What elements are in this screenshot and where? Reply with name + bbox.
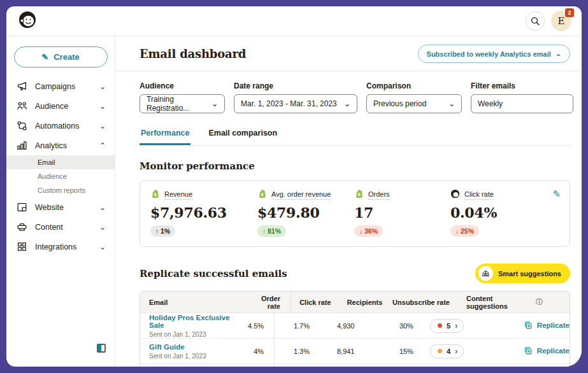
- metric-change-value: 1%: [161, 227, 170, 235]
- table-row: Giving Tuesday Sent on Jan 1, 2023 2% 0.…: [140, 363, 570, 367]
- email-sent-date: Sent on Jan 1, 2023: [149, 353, 242, 360]
- suggestion-dot-icon: [438, 323, 442, 328]
- audience-select-value: Training Registratio...: [147, 95, 205, 113]
- content-icon: [17, 222, 27, 232]
- shopify-bag-icon: S: [150, 189, 160, 201]
- metric-change-value: 25%: [461, 227, 474, 235]
- main-area: Email dashboard Subscribed to weekly Ana…: [115, 36, 582, 367]
- megaphone-icon: [17, 81, 27, 92]
- mailchimp-logo-icon[interactable]: [18, 10, 37, 32]
- chevron-down-icon: ⌄: [448, 102, 455, 106]
- chevron-down-icon: ⌄: [212, 102, 218, 106]
- column-header-unsubscribe-rate: Unsubscribe rate: [382, 299, 450, 306]
- audience-select[interactable]: Training Registratio... ⌄: [140, 94, 225, 113]
- replicate-button-label: Replicate: [537, 347, 570, 355]
- replicate-button[interactable]: Replicate: [524, 321, 570, 330]
- metric-label[interactable]: Click rate: [464, 190, 494, 200]
- subscription-dropdown[interactable]: Subscribed to weekly Analytics email ⌄: [418, 45, 570, 63]
- metric-label[interactable]: Orders: [368, 190, 390, 200]
- sidebar-item-label: Content: [35, 223, 92, 232]
- pencil-icon: ✎: [41, 52, 48, 62]
- filter-bar: Audience Training Registratio... ⌄ Date …: [140, 81, 570, 113]
- metric-label[interactable]: Revenue: [164, 190, 192, 200]
- info-icon[interactable]: ⓘ: [536, 297, 543, 307]
- create-button-label: Create: [54, 52, 79, 62]
- sidebar-item-label: Automations: [35, 122, 92, 130]
- sidebar-item-audience[interactable]: Audience ⌄: [6, 96, 115, 116]
- metric-label[interactable]: Avg. order revenue: [271, 190, 331, 200]
- mailchimp-icon: [450, 189, 460, 201]
- sidebar-subitem-custom-reports[interactable]: Custom reports: [6, 183, 115, 197]
- content-suggestions-pill[interactable]: 5 ›: [430, 319, 464, 333]
- replicate-button-label: Replicate: [537, 321, 570, 329]
- date-range-select-value: Mar. 1, 2023 - Mar. 31, 2023: [241, 99, 337, 108]
- replicate-section-title: Replicate successful emails: [140, 268, 287, 279]
- metric-change-badge: ↑ 1%: [150, 225, 175, 237]
- account-menu[interactable]: E 2: [551, 11, 571, 31]
- tab-performance[interactable]: Performance: [140, 125, 190, 145]
- sidebar-item-label: Integrations: [35, 243, 92, 251]
- metric-revenue: S Revenue $7,976.63 ↑ 1%: [150, 189, 257, 237]
- chevron-down-icon: ⌄: [344, 102, 350, 106]
- filter-emails-label: Filter emails: [471, 81, 573, 90]
- arrow-up-icon: ↑: [262, 228, 266, 235]
- page-title: Email dashboard: [140, 47, 246, 60]
- create-button[interactable]: ✎ Create: [14, 46, 108, 67]
- sidebar-item-label: Audience: [35, 102, 92, 111]
- recipients-cell: 8,941: [310, 348, 355, 355]
- recipients-cell: 4,930: [310, 322, 355, 330]
- column-header-order-rate: Order rate: [255, 292, 291, 313]
- svg-text:S: S: [154, 192, 157, 197]
- chevron-down-icon: ⌄: [99, 205, 106, 210]
- chevron-down-icon: ⌄: [556, 50, 561, 58]
- content-suggestions-pill[interactable]: 4 ›: [430, 344, 464, 358]
- sidebar-subitem-audience[interactable]: Audience: [6, 169, 115, 183]
- arrow-up-icon: ↑: [155, 228, 159, 235]
- filter-emails-input[interactable]: Weekly: [471, 94, 573, 113]
- sidebar-item-campaigns[interactable]: Campaigns ⌄: [6, 76, 115, 96]
- column-header-recipients: Recipients: [331, 299, 383, 306]
- column-header-email: Email: [140, 299, 255, 306]
- smart-suggestions-label: Smart suggestions: [498, 270, 561, 278]
- sidebar-item-integrations[interactable]: Integrations ⌄: [6, 237, 115, 257]
- search-icon: [531, 17, 540, 25]
- svg-text:S: S: [357, 192, 361, 197]
- unsubscribe-rate-cell: 15%: [354, 348, 413, 355]
- edit-metrics-button[interactable]: ✎: [552, 188, 561, 200]
- metric-change-badge: ↓ 36%: [354, 225, 383, 237]
- sidebar-subitem-email[interactable]: Email: [6, 155, 115, 169]
- date-range-select[interactable]: Mar. 1, 2023 - Mar. 31, 2023 ⌄: [234, 94, 357, 113]
- table-row: Gift Guide Sent on Jan 1, 2023 4% 1.3% 8…: [140, 338, 570, 363]
- sidebar-item-analytics[interactable]: Analytics ⌃: [6, 136, 115, 155]
- metric-value: 17: [354, 204, 373, 221]
- greenhouse-icon: [478, 266, 493, 281]
- sidebar-item-content[interactable]: Content ⌄: [6, 217, 115, 237]
- search-button[interactable]: [526, 11, 545, 31]
- comparison-select-value: Previous period: [373, 99, 426, 108]
- sidebar-item-website[interactable]: Website ⌄: [6, 197, 115, 217]
- sidebar-item-label: Campaigns: [35, 82, 92, 91]
- email-sent-date: Sent on Jan 1, 2023: [149, 331, 242, 338]
- email-link[interactable]: Gift Guide: [149, 343, 242, 351]
- people-icon: [17, 101, 27, 111]
- sidebar-item-automations[interactable]: Automations ⌄: [6, 116, 115, 136]
- order-rate-cell: 4.5%: [242, 313, 275, 338]
- metric-change-badge: ↑ 81%: [257, 225, 286, 237]
- replicate-button[interactable]: Replicate: [524, 346, 570, 355]
- smart-suggestions-button[interactable]: Smart suggestions: [475, 264, 570, 283]
- top-bar: E 2: [6, 6, 582, 36]
- emails-table: Email Order rate Click rate Recipients U…: [140, 291, 570, 367]
- metric-value: 0.04%: [450, 204, 497, 221]
- comparison-select[interactable]: Previous period ⌄: [366, 94, 462, 113]
- email-link[interactable]: Holiday Pros Exclusive Sale: [149, 314, 242, 329]
- arrow-down-icon: ↓: [359, 228, 362, 235]
- suggestion-dot-icon: [438, 349, 442, 353]
- chevron-right-icon: ›: [455, 323, 457, 329]
- monitor-performance-title: Monitor performance: [140, 160, 570, 172]
- audience-filter-label: Audience: [140, 81, 225, 90]
- sidebar-collapse-toggle-icon[interactable]: [97, 344, 106, 353]
- shopify-bag-icon: S: [257, 189, 267, 201]
- tab-email-comparison[interactable]: Email comparison: [207, 125, 278, 145]
- chevron-up-icon: ⌃: [99, 143, 106, 148]
- browser-icon: [17, 202, 27, 213]
